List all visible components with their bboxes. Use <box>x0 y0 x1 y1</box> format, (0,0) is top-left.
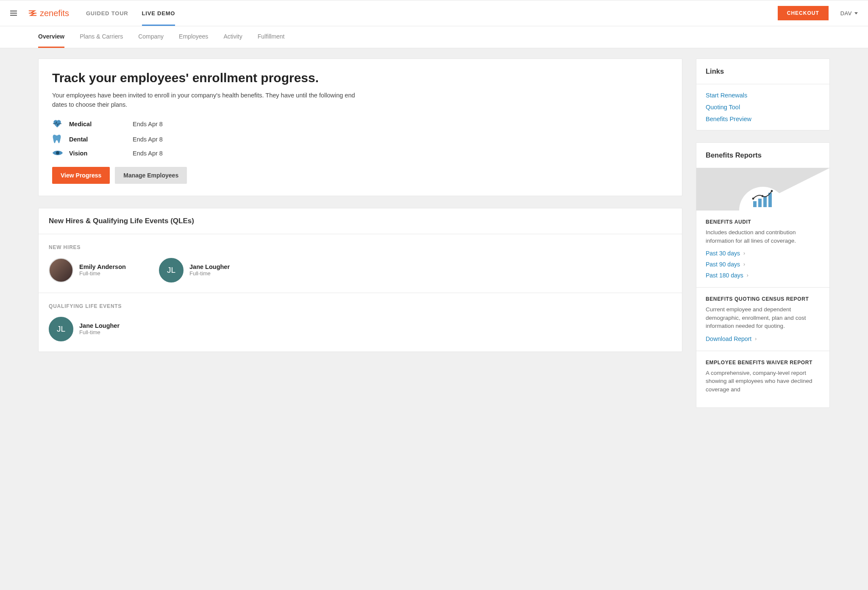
links-panel-title: Links <box>696 59 829 84</box>
avatar: JL <box>159 258 184 283</box>
benefit-end-date: Ends Apr 8 <box>133 121 163 127</box>
page-title: Track your employees' enrollment progres… <box>52 71 668 85</box>
report-block-waiver: EMPLOYEE BENEFITS WAIVER REPORT A compre… <box>696 351 829 407</box>
tooth-icon <box>52 134 69 145</box>
svg-point-7 <box>771 190 773 192</box>
manage-employees-button[interactable]: Manage Employees <box>115 167 187 184</box>
tab-fulfillment[interactable]: Fulfillment <box>258 26 285 48</box>
tab-plans-carriers[interactable]: Plans & Carriers <box>80 26 123 48</box>
report-block-audit: BENEFITS AUDIT Includes deduction and co… <box>696 211 829 288</box>
bar-chart-icon <box>751 189 774 208</box>
tab-overview[interactable]: Overview <box>38 26 64 48</box>
tab-activity[interactable]: Activity <box>223 26 242 48</box>
view-progress-button[interactable]: View Progress <box>52 167 110 184</box>
svg-point-5 <box>752 198 754 200</box>
new-hires-label: NEW HIRES <box>49 244 672 250</box>
report-desc: A comprehensive, company-level report sh… <box>706 369 820 394</box>
reports-hero <box>696 168 829 211</box>
tab-employees[interactable]: Employees <box>179 26 208 48</box>
benefit-row-vision: Vision Ends Apr 8 <box>52 150 668 158</box>
person-card[interactable]: JL Jane Lougher Full-time <box>159 258 252 283</box>
benefit-name: Medical <box>69 121 133 127</box>
svg-rect-1 <box>753 201 757 207</box>
svg-rect-3 <box>763 196 767 207</box>
report-title: BENEFITS AUDIT <box>706 219 820 225</box>
tab-company[interactable]: Company <box>138 26 164 48</box>
person-employment-type: Full-time <box>79 270 126 277</box>
topbar: zenefits GUIDED TOUR LIVE DEMO CHECKOUT … <box>0 0 868 26</box>
person-card[interactable]: Emily Anderson Full-time <box>49 258 142 283</box>
qle-subsection: QUALIFYING LIFE EVENTS JL Jane Lougher F… <box>39 293 682 352</box>
benefit-end-date: Ends Apr 8 <box>133 136 163 143</box>
user-menu[interactable]: DAV <box>840 10 858 17</box>
report-link-download[interactable]: Download Report› <box>706 335 820 342</box>
person-name: Emily Anderson <box>79 263 126 270</box>
topnav-live-demo[interactable]: LIVE DEMO <box>142 1 175 26</box>
reports-panel: Benefits Reports BENEFITS AUDIT Includ <box>696 142 830 408</box>
qle-label: QUALIFYING LIFE EVENTS <box>49 303 672 309</box>
topnav: GUIDED TOUR LIVE DEMO <box>86 1 175 26</box>
avatar <box>49 258 73 283</box>
benefit-name: Dental <box>69 136 133 143</box>
link-quoting-tool[interactable]: Quoting Tool <box>706 104 820 111</box>
hamburger-menu-icon[interactable] <box>10 8 20 18</box>
hires-qle-title: New Hires & Qualifying Life Events (QLEs… <box>39 208 682 234</box>
report-link-past-30[interactable]: Past 30 days› <box>706 250 820 257</box>
hires-qle-card: New Hires & Qualifying Life Events (QLEs… <box>38 208 682 352</box>
avatar: JL <box>49 317 73 341</box>
report-title: EMPLOYEE BENEFITS WAIVER REPORT <box>706 360 820 366</box>
subnav: Overview Plans & Carriers Company Employ… <box>0 26 868 48</box>
report-desc: Current employee and dependent demograph… <box>706 305 820 330</box>
topnav-guided-tour[interactable]: GUIDED TOUR <box>86 1 128 26</box>
person-name: Jane Lougher <box>189 263 230 270</box>
link-start-renewals[interactable]: Start Renewals <box>706 92 820 99</box>
chevron-down-icon <box>854 12 858 14</box>
benefit-name: Vision <box>69 150 133 157</box>
report-link-past-180[interactable]: Past 180 days› <box>706 272 820 279</box>
person-name: Jane Lougher <box>79 322 120 329</box>
benefit-row-dental: Dental Ends Apr 8 <box>52 134 668 145</box>
heartbeat-icon <box>52 119 69 130</box>
zenefits-logo-icon <box>28 8 37 18</box>
report-link-past-90[interactable]: Past 90 days› <box>706 261 820 268</box>
eye-icon <box>52 150 69 158</box>
person-card[interactable]: JL Jane Lougher Full-time <box>49 317 142 341</box>
chevron-right-icon: › <box>743 261 745 267</box>
svg-point-6 <box>762 195 764 197</box>
chevron-right-icon: › <box>747 272 748 278</box>
new-hires-subsection: NEW HIRES Emily Anderson Full-time JL Ja… <box>39 234 682 293</box>
chevron-right-icon: › <box>755 336 757 342</box>
logo[interactable]: zenefits <box>28 8 69 18</box>
report-block-census: BENEFITS QUOTING CENSUS REPORT Current e… <box>696 288 829 351</box>
brand-text: zenefits <box>40 8 69 18</box>
report-title: BENEFITS QUOTING CENSUS REPORT <box>706 296 820 302</box>
svg-rect-2 <box>758 199 762 207</box>
benefit-row-medical: Medical Ends Apr 8 <box>52 119 668 130</box>
enrollment-progress-card: Track your employees' enrollment progres… <box>38 58 682 196</box>
checkout-button[interactable]: CHECKOUT <box>778 6 829 20</box>
links-panel: Links Start Renewals Quoting Tool Benefi… <box>696 58 830 130</box>
user-label: DAV <box>840 10 852 17</box>
report-desc: Includes deduction and contribution info… <box>706 228 820 245</box>
svg-point-0 <box>56 151 59 155</box>
page-lead: Your employees have been invited to enro… <box>52 91 357 110</box>
person-employment-type: Full-time <box>79 329 120 335</box>
benefit-end-date: Ends Apr 8 <box>133 150 163 157</box>
person-employment-type: Full-time <box>189 270 230 277</box>
link-benefits-preview[interactable]: Benefits Preview <box>706 116 820 122</box>
reports-panel-title: Benefits Reports <box>696 143 829 168</box>
chevron-right-icon: › <box>743 250 745 256</box>
